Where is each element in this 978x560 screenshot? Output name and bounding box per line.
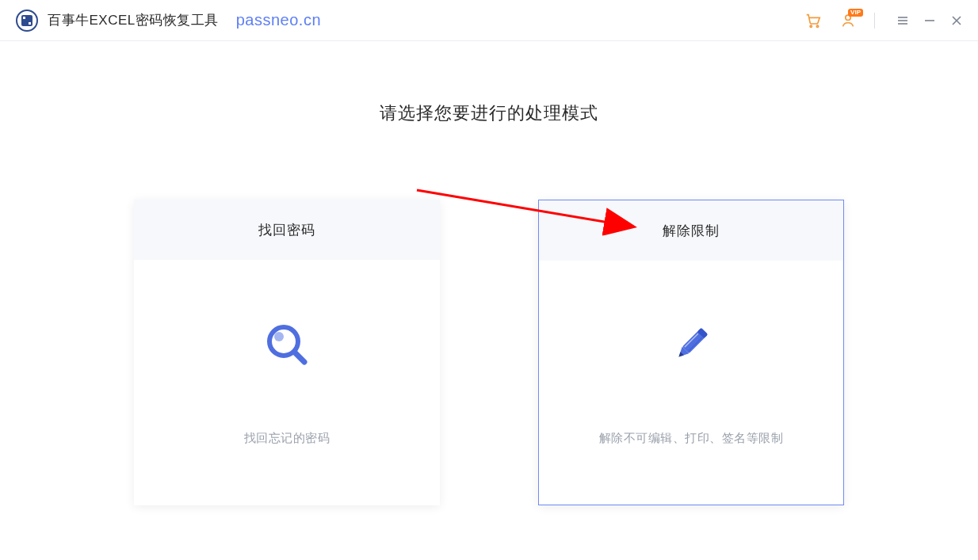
svg-point-10 <box>274 332 284 341</box>
card-body: 解除不可编辑、打印、签名等限制 <box>539 261 843 505</box>
mode-cards: 找回密码 找回忘记的密码 解除限制 <box>134 200 844 505</box>
magnifier-icon <box>262 320 311 369</box>
card-description: 找回忘记的密码 <box>244 431 330 446</box>
header-bar: 百事牛EXCEL密码恢复工具 passneo.cn VIP <box>0 0 978 41</box>
svg-point-0 <box>810 25 812 27</box>
page-heading: 请选择您要进行的处理模式 <box>380 101 598 125</box>
svg-line-11 <box>295 352 304 362</box>
close-icon[interactable] <box>949 13 964 28</box>
divider <box>874 13 875 29</box>
minimize-icon[interactable] <box>923 13 937 28</box>
menu-icon[interactable] <box>896 13 910 28</box>
app-logo-icon <box>16 10 38 32</box>
user-icon[interactable]: VIP <box>839 12 857 29</box>
card-title: 解除限制 <box>539 200 843 261</box>
card-remove-restriction[interactable]: 解除限制 解除不可编辑、打印、签名等限制 <box>538 200 844 505</box>
main-content: 请选择您要进行的处理模式 找回密码 找回忘记的密码 解除限制 <box>0 41 978 505</box>
brand-link[interactable]: passneo.cn <box>236 11 321 29</box>
svg-point-1 <box>816 25 818 27</box>
vip-badge: VIP <box>848 9 863 17</box>
card-description: 解除不可编辑、打印、签名等限制 <box>599 431 784 446</box>
cart-icon[interactable] <box>804 12 822 29</box>
window-controls <box>896 13 964 28</box>
pencil-icon <box>667 320 716 369</box>
card-title: 找回密码 <box>134 200 440 260</box>
card-body: 找回忘记的密码 <box>134 260 440 505</box>
card-recover-password[interactable]: 找回密码 找回忘记的密码 <box>134 200 440 505</box>
header-icons: VIP <box>804 12 964 29</box>
app-title: 百事牛EXCEL密码恢复工具 <box>48 11 219 29</box>
